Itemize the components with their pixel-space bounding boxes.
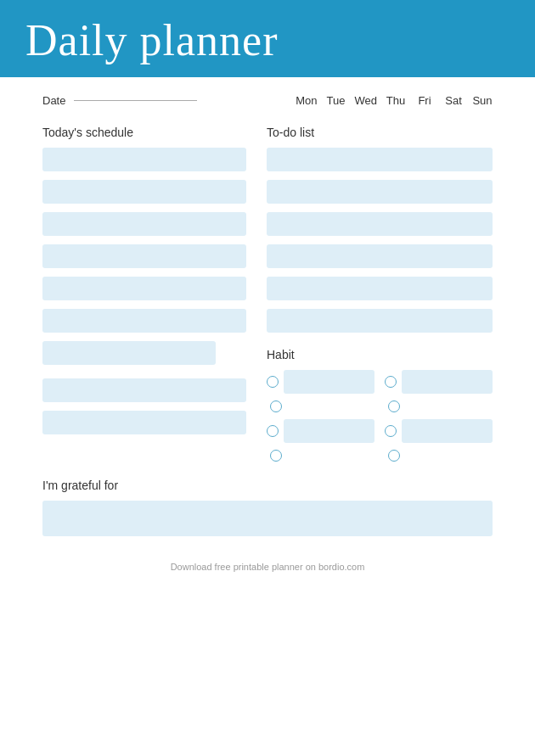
header: Daily planner xyxy=(0,0,535,77)
habit-item-5 xyxy=(267,419,374,443)
grateful-bar[interactable] xyxy=(42,501,493,536)
habit-circle-2[interactable] xyxy=(385,376,397,388)
habit-grid xyxy=(267,370,493,462)
page-title: Daily planner xyxy=(25,15,510,65)
habit-bar-5[interactable] xyxy=(284,419,374,443)
habit-item-3 xyxy=(267,400,374,412)
schedule-title: Today's schedule xyxy=(42,126,246,139)
day-wed[interactable]: Wed xyxy=(355,94,378,107)
habit-circle-1[interactable] xyxy=(267,376,279,388)
habit-section: Habit xyxy=(267,348,493,462)
left-bottom-section xyxy=(42,378,246,434)
schedule-row-9[interactable] xyxy=(42,411,246,434)
days-section: Mon Tue Wed Thu Fri Sat Sun xyxy=(296,94,493,107)
habit-circle-4[interactable] xyxy=(388,400,400,412)
schedule-row-8[interactable] xyxy=(42,378,246,402)
schedule-rows xyxy=(42,148,246,365)
main-content: Date Mon Tue Wed Thu Fri Sat Sun Today's… xyxy=(0,94,535,606)
habit-item-8 xyxy=(385,450,493,462)
habit-circle-7[interactable] xyxy=(270,450,282,462)
content-grid: Today's schedule To-do list xyxy=(42,126,493,462)
todo-row-6[interactable] xyxy=(267,309,493,333)
habit-item-1 xyxy=(267,370,374,394)
todo-row-4[interactable] xyxy=(267,244,493,268)
habit-circle-8[interactable] xyxy=(388,450,400,462)
schedule-row-2[interactable] xyxy=(42,180,246,204)
day-fri[interactable]: Fri xyxy=(414,94,435,107)
schedule-row-3[interactable] xyxy=(42,212,246,236)
grateful-title: I'm grateful for xyxy=(42,479,493,492)
habit-circle-6[interactable] xyxy=(385,425,397,437)
todo-rows xyxy=(267,148,493,333)
date-section: Date xyxy=(42,94,197,107)
left-column: Today's schedule xyxy=(42,126,246,462)
habit-bar-2[interactable] xyxy=(402,370,493,394)
todo-title: To-do list xyxy=(267,126,493,139)
day-mon[interactable]: Mon xyxy=(296,94,317,107)
date-label: Date xyxy=(42,94,65,107)
footer: Download free printable planner on bordi… xyxy=(42,562,493,589)
day-thu[interactable]: Thu xyxy=(386,94,406,107)
footer-text: Download free printable planner on bordi… xyxy=(171,562,365,572)
schedule-row-4[interactable] xyxy=(42,244,246,268)
habit-bar-6[interactable] xyxy=(402,419,493,443)
day-sun[interactable]: Sun xyxy=(472,94,493,107)
schedule-row-1[interactable] xyxy=(42,148,246,171)
todo-row-3[interactable] xyxy=(267,212,493,236)
habit-bar-1[interactable] xyxy=(284,370,374,394)
schedule-row-6[interactable] xyxy=(42,309,246,333)
habit-circle-3[interactable] xyxy=(270,400,282,412)
todo-row-2[interactable] xyxy=(267,180,493,204)
habit-item-6 xyxy=(385,419,493,443)
top-row: Date Mon Tue Wed Thu Fri Sat Sun xyxy=(42,94,493,107)
todo-row-1[interactable] xyxy=(267,148,493,171)
right-column: To-do list Habit xyxy=(267,126,493,462)
grateful-section: I'm grateful for xyxy=(42,479,493,536)
day-sat[interactable]: Sat xyxy=(443,94,464,107)
todo-row-5[interactable] xyxy=(267,277,493,300)
habit-title: Habit xyxy=(267,348,493,361)
schedule-row-7[interactable] xyxy=(42,341,216,365)
habit-item-2 xyxy=(385,370,493,394)
day-tue[interactable]: Tue xyxy=(326,94,346,107)
habit-item-4 xyxy=(385,400,493,412)
date-line xyxy=(74,100,197,101)
schedule-row-5[interactable] xyxy=(42,277,246,300)
habit-circle-5[interactable] xyxy=(267,425,279,437)
habit-item-7 xyxy=(267,450,374,462)
